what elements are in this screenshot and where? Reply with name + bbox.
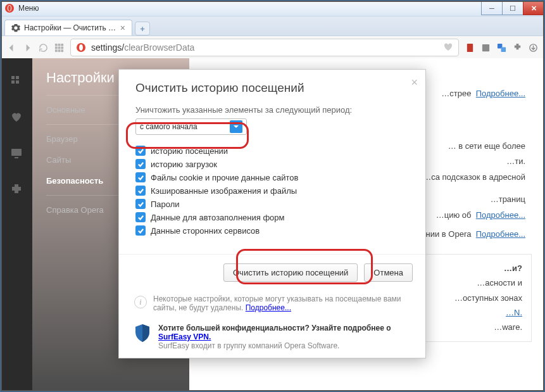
maximize-button[interactable]: ☐ — [502, 1, 523, 15]
clear-data-dialog: × Очистить историю посещений Уничтожить … — [118, 69, 426, 358]
clear-data-button[interactable]: Очистить историю посещений — [223, 263, 358, 282]
period-value: с самого начала — [140, 122, 197, 131]
speed-dial-icon[interactable] — [54, 43, 64, 53]
download-icon[interactable] — [529, 43, 538, 53]
extension-icon-2[interactable] — [481, 43, 491, 53]
checkbox[interactable] — [135, 159, 146, 169]
forward-button[interactable] — [23, 43, 32, 53]
learn-more-link[interactable]: Подробнее... — [476, 229, 525, 239]
dialog-title: Очистить историю посещений — [135, 81, 409, 95]
info-icon: i — [134, 296, 147, 308]
footer-learn-more-link[interactable]: Подробнее... — [246, 303, 291, 312]
cancel-button[interactable]: Отмена — [364, 263, 413, 282]
vpn-promo: Хотите большей конфиденциальности? Узнай… — [158, 324, 410, 341]
new-tab-button[interactable]: + — [135, 22, 150, 35]
learn-more-link[interactable]: Подробнее... — [476, 210, 525, 220]
option-label: Данные сторонних сервисов — [151, 226, 260, 236]
svg-rect-24 — [15, 157, 18, 158]
gear-icon — [11, 23, 20, 32]
extensions-icon[interactable] — [513, 43, 522, 53]
chevron-down-icon — [230, 120, 242, 133]
rail-heart-icon[interactable] — [10, 111, 23, 125]
option-label: историю загрузок — [151, 160, 217, 169]
option-label: историю посещений — [151, 146, 228, 156]
bookmark-heart-icon[interactable] — [443, 42, 453, 54]
rail-puzzle-icon[interactable] — [10, 183, 23, 198]
back-button[interactable] — [7, 43, 16, 53]
option-row-0: историю посещений — [135, 146, 409, 156]
svg-rect-9 — [55, 49, 58, 52]
svg-rect-6 — [55, 46, 58, 49]
period-label: Уничтожить указанные элементы за следующ… — [135, 105, 409, 115]
bg-text: …стрее — [441, 89, 471, 98]
option-label: Пароли — [151, 199, 180, 209]
tab-settings[interactable]: Настройки — Очистить и… × — [4, 20, 132, 35]
minimize-button[interactable]: ─ — [481, 1, 503, 15]
tab-close-icon[interactable]: × — [120, 23, 125, 32]
address-text: settings/clearBrowserData — [91, 42, 194, 53]
learn-more-link[interactable]: Подробнее... — [476, 89, 525, 98]
option-row-1: историю загрузок — [135, 159, 409, 169]
checkbox[interactable] — [135, 146, 146, 156]
option-row-5: Данные для автозаполнения форм — [135, 212, 409, 222]
svg-rect-15 — [482, 44, 489, 51]
option-label: Кэшированные изображения и файлы — [151, 186, 297, 196]
period-select[interactable]: с самого начала — [135, 118, 247, 135]
svg-rect-17 — [501, 47, 506, 52]
rail-monitor-icon[interactable] — [10, 147, 23, 161]
option-row-3: Кэшированные изображения и файлы — [135, 186, 409, 196]
address-input[interactable]: settings/clearBrowserData — [70, 39, 459, 56]
svg-rect-5 — [61, 43, 63, 46]
tab-bar: Настройки — Очистить и… × + — [1, 16, 544, 36]
close-button[interactable]: ✕ — [523, 1, 544, 15]
svg-rect-11 — [61, 49, 63, 52]
extension-icon-1[interactable] — [465, 43, 475, 53]
option-row-4: Пароли — [135, 199, 409, 209]
checkbox[interactable] — [135, 172, 146, 182]
translate-icon[interactable] — [497, 43, 506, 53]
option-label: Файлы cookie и прочие данные сайтов — [151, 173, 298, 182]
svg-rect-8 — [61, 46, 63, 49]
svg-rect-19 — [11, 76, 15, 79]
address-bar: settings/clearBrowserData — [1, 36, 544, 60]
svg-rect-14 — [467, 43, 473, 51]
left-rail — [1, 58, 32, 391]
svg-point-2 — [8, 6, 11, 11]
rail-speed-dial-icon[interactable] — [10, 75, 23, 89]
reload-button[interactable] — [39, 43, 48, 53]
dialog-close-icon[interactable]: × — [411, 76, 418, 89]
svg-rect-3 — [55, 43, 58, 46]
checkbox[interactable] — [135, 186, 146, 196]
window-titlebar: Меню ─ ☐ ✕ — [1, 1, 544, 16]
svg-rect-23 — [11, 149, 22, 156]
svg-rect-7 — [58, 46, 61, 49]
footer-note: Некоторые настройки, которые могут указы… — [153, 294, 410, 312]
option-label: Данные для автозаполнения форм — [151, 213, 285, 222]
svg-point-13 — [79, 44, 83, 51]
option-row-2: Файлы cookie и прочие данные сайтов — [135, 172, 409, 182]
opera-badge-icon — [76, 42, 86, 53]
svg-rect-22 — [16, 80, 19, 84]
shield-icon — [134, 324, 151, 343]
bg-text: …цию об — [436, 210, 472, 220]
checkbox[interactable] — [135, 225, 146, 236]
opera-icon — [4, 3, 15, 13]
checkbox[interactable] — [135, 199, 146, 209]
vpn-subtext: SurfEasy входит в группу компаний Opera … — [158, 341, 410, 350]
tab-title: Настройки — Очистить и… — [24, 23, 116, 32]
svg-rect-21 — [11, 80, 15, 84]
vpn-link[interactable]: SurfEasy VPN. — [158, 332, 211, 341]
menu-button[interactable]: Меню — [18, 4, 39, 13]
svg-rect-4 — [58, 43, 61, 46]
checkbox[interactable] — [135, 212, 146, 222]
vpn-link[interactable]: …N. — [506, 308, 522, 317]
option-row-6: Данные сторонних сервисов — [135, 225, 409, 236]
svg-rect-10 — [58, 49, 61, 52]
svg-rect-20 — [16, 76, 19, 79]
